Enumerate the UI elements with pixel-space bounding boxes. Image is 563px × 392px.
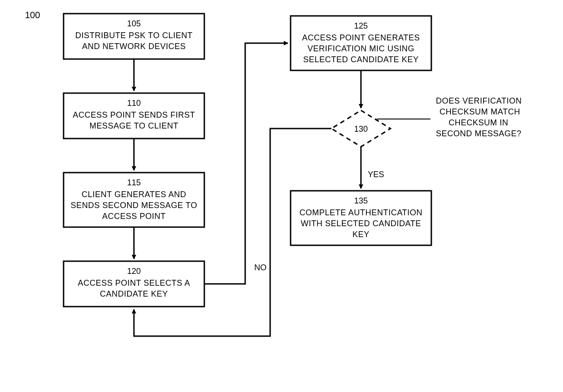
decision-130-checksum-match: 130	[331, 110, 390, 147]
step-120-select-candidate-key: 120 ACCESS POINT SELECTS A CANDIDATE KEY	[64, 261, 204, 307]
decision-number: 130	[354, 124, 368, 134]
question-line: CHECKSUM MATCH	[440, 107, 520, 116]
step-text-line: CLIENT GENERATES AND	[82, 190, 186, 199]
step-text-line: MESSAGE TO CLIENT	[89, 121, 178, 130]
question-line: CHECKSUM IN	[449, 118, 509, 127]
arrow-no	[134, 129, 331, 336]
step-text-line: ACCESS POINT	[102, 212, 166, 221]
step-110-send-first-message: 110 ACCESS POINT SENDS FIRST MESSAGE TO …	[64, 93, 204, 139]
step-text-line: KEY	[352, 230, 370, 239]
step-text-line: SELECTED CANDIDATE KEY	[303, 55, 419, 64]
step-text-line: VERIFICATION MIC USING	[307, 44, 415, 53]
step-text-line: DISTRIBUTE PSK TO CLIENT	[75, 31, 193, 40]
step-text-line: AND NETWORK DEVICES	[82, 42, 186, 51]
step-105-distribute-psk: 105 DISTRIBUTE PSK TO CLIENT AND NETWORK…	[64, 14, 204, 59]
flowchart-diagram: 100 105 DISTRIBUTE PSK TO CLIENT AND NET…	[0, 0, 563, 392]
step-number: 110	[127, 99, 141, 108]
decision-question-text: DOES VERIFICATION CHECKSUM MATCH CHECKSU…	[436, 96, 522, 138]
edge-label-yes: YES	[368, 170, 384, 179]
step-text-line: ACCESS POINT SENDS FIRST	[73, 110, 195, 119]
step-125-generate-verification-mic: 125 ACCESS POINT GENERATES VERIFICATION …	[291, 16, 431, 70]
step-number: 115	[127, 178, 141, 187]
question-line: SECOND MESSAGE?	[436, 129, 522, 138]
arrow	[204, 43, 288, 284]
step-text-line: COMPLETE AUTHENTICATION	[299, 208, 422, 217]
figure-number: 100	[25, 10, 40, 20]
step-text-line: CANDIDATE KEY	[100, 289, 168, 298]
step-number: 105	[127, 19, 141, 28]
edge-label-no: NO	[254, 263, 267, 272]
step-text-line: WITH SELECTED CANDIDATE	[301, 219, 421, 228]
question-line: DOES VERIFICATION	[436, 96, 522, 105]
step-number: 135	[354, 196, 368, 205]
step-135-complete-authentication: 135 COMPLETE AUTHENTICATION WITH SELECTE…	[291, 191, 431, 245]
step-text-line: SENDS SECOND MESSAGE TO	[71, 201, 198, 210]
step-115-client-second-message: 115 CLIENT GENERATES AND SENDS SECOND ME…	[64, 173, 204, 227]
step-text-line: ACCESS POINT GENERATES	[302, 33, 420, 42]
step-text-line: ACCESS POINT SELECTS A	[78, 278, 190, 288]
step-number: 120	[127, 267, 141, 276]
step-number: 125	[354, 21, 368, 30]
